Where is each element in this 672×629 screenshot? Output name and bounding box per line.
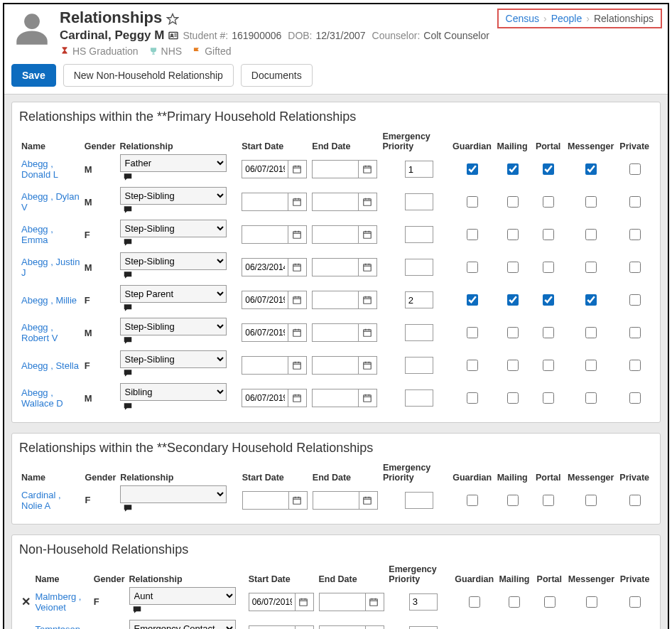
start-date-input[interactable] — [243, 494, 288, 507]
person-link[interactable]: Cardinal , Nolie A — [21, 490, 61, 511]
breadcrumb-census[interactable]: Census — [506, 13, 539, 24]
mailing-checkbox[interactable] — [507, 294, 519, 306]
private-checkbox[interactable] — [629, 163, 641, 175]
private-checkbox[interactable] — [629, 229, 641, 240]
messenger-checkbox[interactable] — [585, 163, 597, 175]
person-link[interactable]: Abegg , Dylan V — [21, 191, 80, 213]
portal-checkbox[interactable] — [543, 294, 554, 306]
end-date-input[interactable] — [313, 261, 358, 274]
private-checkbox[interactable] — [629, 262, 641, 273]
start-date-input[interactable] — [242, 228, 288, 241]
calendar-icon[interactable] — [288, 193, 305, 210]
relationship-select[interactable]: FatherMotherStep ParentStep-SiblingSibli… — [120, 187, 227, 205]
start-date-input[interactable] — [242, 326, 288, 339]
relationship-select[interactable]: FatherMotherStep ParentStep-SiblingSibli… — [129, 620, 236, 629]
end-date[interactable] — [312, 356, 377, 375]
speech-bubble-icon[interactable] — [122, 402, 134, 414]
priority-input[interactable] — [405, 492, 433, 509]
person-link[interactable]: Abegg , Justin J — [21, 257, 80, 278]
start-date-input[interactable] — [242, 359, 288, 372]
guardian-checkbox[interactable] — [467, 229, 478, 240]
priority-input[interactable] — [405, 324, 433, 341]
end-date[interactable] — [312, 323, 377, 342]
speech-bubble-icon[interactable] — [122, 237, 134, 249]
priority-input[interactable] — [405, 259, 433, 276]
calendar-icon[interactable] — [358, 291, 375, 308]
mailing-checkbox[interactable] — [507, 163, 519, 175]
guardian-checkbox[interactable] — [467, 163, 478, 175]
messenger-checkbox[interactable] — [585, 196, 597, 208]
calendar-icon[interactable] — [295, 626, 312, 629]
private-checkbox[interactable] — [629, 392, 641, 404]
portal-checkbox[interactable] — [543, 262, 554, 273]
speech-bubble-icon[interactable] — [122, 368, 134, 380]
person-link[interactable]: Abegg , Emma — [21, 224, 53, 245]
person-link[interactable]: Abegg , Robert V — [21, 322, 58, 343]
portal-checkbox[interactable] — [543, 360, 554, 371]
calendar-icon[interactable] — [358, 324, 375, 341]
mailing-checkbox[interactable] — [507, 229, 519, 240]
priority-input[interactable] — [405, 389, 433, 407]
delete-icon[interactable]: ✕ — [21, 596, 31, 608]
calendar-icon[interactable] — [358, 193, 375, 210]
start-date[interactable] — [242, 193, 307, 211]
mailing-checkbox[interactable] — [507, 360, 519, 371]
end-date[interactable] — [313, 491, 378, 510]
private-checkbox[interactable] — [629, 327, 641, 338]
person-link[interactable]: Abegg , Wallace D — [21, 387, 63, 409]
relationship-select[interactable]: FatherMotherStep ParentStep-SiblingSibli… — [120, 220, 227, 237]
start-date[interactable] — [249, 593, 314, 611]
breadcrumb-people[interactable]: People — [551, 13, 582, 24]
guardian-checkbox[interactable] — [467, 327, 478, 338]
calendar-icon[interactable] — [359, 492, 376, 509]
portal-checkbox[interactable] — [543, 163, 554, 175]
start-date[interactable] — [242, 291, 307, 309]
calendar-icon[interactable] — [288, 324, 305, 341]
calendar-icon[interactable] — [288, 291, 305, 308]
calendar-icon[interactable] — [358, 259, 375, 276]
person-link[interactable]: Abegg , Donald L — [21, 158, 58, 180]
end-date[interactable] — [312, 389, 377, 407]
calendar-icon[interactable] — [288, 389, 305, 407]
speech-bubble-icon[interactable] — [122, 205, 134, 217]
start-date[interactable] — [249, 625, 314, 629]
person-link[interactable]: Abegg , Stella — [21, 360, 79, 371]
private-checkbox[interactable] — [629, 495, 641, 506]
person-link[interactable]: Tompteson , Roberto — [35, 624, 85, 629]
end-date[interactable] — [312, 193, 377, 211]
end-date[interactable] — [312, 225, 377, 244]
speech-bubble-icon[interactable] — [122, 172, 134, 184]
start-date-input[interactable] — [242, 294, 288, 306]
end-date-input[interactable] — [313, 228, 358, 241]
messenger-checkbox[interactable] — [586, 596, 597, 608]
start-date-input[interactable] — [242, 195, 288, 208]
private-checkbox[interactable] — [629, 596, 641, 608]
guardian-checkbox[interactable] — [469, 596, 480, 608]
portal-checkbox[interactable] — [543, 392, 554, 404]
speech-bubble-icon[interactable] — [131, 605, 143, 617]
guardian-checkbox[interactable] — [467, 294, 478, 306]
relationship-select[interactable]: FatherMotherStep ParentStep-SiblingSibli… — [120, 383, 227, 401]
speech-bubble-icon[interactable] — [122, 335, 134, 348]
guardian-checkbox[interactable] — [467, 392, 478, 404]
relationship-select[interactable]: FatherMotherStep ParentStep-SiblingSibli… — [120, 318, 227, 335]
start-date-input[interactable] — [242, 392, 288, 404]
guardian-checkbox[interactable] — [467, 196, 478, 208]
start-date-input[interactable] — [242, 163, 288, 176]
speech-bubble-icon[interactable] — [122, 303, 134, 315]
calendar-icon[interactable] — [288, 357, 305, 374]
new-nonhh-button[interactable]: New Non-Household Relationship — [63, 64, 234, 87]
start-date[interactable] — [242, 389, 307, 407]
priority-input[interactable] — [409, 626, 438, 629]
end-date-input[interactable] — [313, 195, 358, 208]
person-link[interactable]: Abegg , Millie — [21, 295, 77, 306]
portal-checkbox[interactable] — [544, 596, 556, 608]
start-date[interactable] — [242, 225, 307, 244]
mailing-checkbox[interactable] — [507, 392, 519, 404]
start-date[interactable] — [242, 491, 308, 510]
calendar-icon[interactable] — [288, 259, 305, 276]
messenger-checkbox[interactable] — [585, 262, 597, 273]
save-button[interactable]: Save — [11, 64, 56, 87]
start-date-input[interactable] — [249, 596, 295, 608]
relationship-select[interactable]: FatherMotherStep ParentStep-SiblingSibli… — [120, 154, 227, 172]
